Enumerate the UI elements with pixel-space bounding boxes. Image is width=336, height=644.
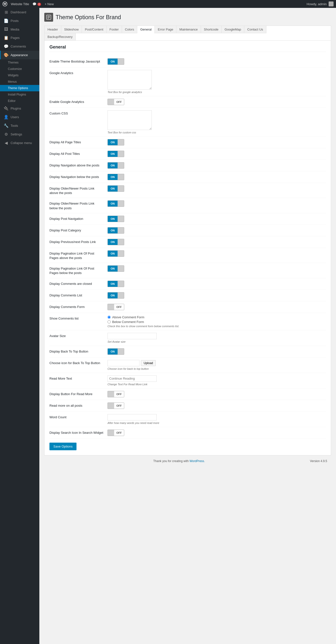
tab-backup-recovery[interactable]: Backup/Recovery (44, 33, 76, 40)
sidebar-label-appearance: Appearance (10, 53, 28, 57)
label-display-btn-read-more: Display Button For Read More (49, 391, 104, 396)
toggle-display-comments-list[interactable]: ON (107, 292, 124, 298)
upload-btn-back-to-top[interactable]: Upload (141, 360, 156, 366)
textarea-google-analytics[interactable] (107, 70, 152, 90)
option-row-custom-css: Custom CSS Text Box for custom css (49, 108, 326, 137)
tab-maintenance[interactable]: Maintenance (176, 26, 201, 33)
tab-footer[interactable]: Footer (106, 26, 122, 33)
sidebar-item-collapse[interactable]: ◀ Collapse menu (0, 138, 39, 147)
toggle-enable-bootstrap[interactable]: ON (107, 58, 124, 65)
tab-error-page[interactable]: Error Page (155, 26, 176, 33)
tab-slideshow[interactable]: Slideshow (61, 26, 82, 33)
sidebar-item-media[interactable]: 🖼 Media (0, 25, 39, 34)
users-icon: 👤 (4, 115, 8, 120)
tab-general[interactable]: General (137, 26, 155, 34)
toggle-display-comments-closed[interactable]: ON (107, 281, 124, 287)
toggle-label: ON (108, 266, 118, 272)
save-options-button[interactable]: Save Options (49, 443, 76, 450)
toggle-label: ON (108, 227, 118, 234)
sidebar-item-dashboard[interactable]: ⊞ Dashboard (0, 8, 39, 16)
toggle-handle (118, 250, 124, 257)
sidebar: ⊞ Dashboard 📄 Posts 🖼 Media 📋 Pages 💬 Co… (0, 8, 39, 644)
tab-contact-us[interactable]: Contact Us (244, 26, 266, 33)
input-read-more-text[interactable] (107, 376, 157, 382)
tab-header[interactable]: Header (44, 26, 61, 33)
appearance-icon: 🎨 (4, 53, 8, 57)
radio-input-above[interactable] (107, 316, 111, 319)
toggle-display-search-icon[interactable]: OFF (107, 430, 124, 436)
sidebar-item-appearance[interactable]: 🎨 Appearance (0, 51, 39, 59)
toggle-handle (118, 174, 124, 180)
toggle-label: OFF (114, 99, 124, 105)
wp-logo[interactable]: W (2, 2, 7, 6)
toggle-display-btn-read-more[interactable]: OFF (107, 391, 124, 397)
sidebar-item-install-plugins[interactable]: Install Plugins (0, 91, 39, 98)
toggle-display-nav-below-posts[interactable]: ON (107, 174, 124, 180)
toggle-display-nav-above-posts[interactable]: ON (107, 162, 124, 169)
sidebar-item-plugins[interactable]: 🔌 Plugins (0, 104, 39, 113)
radio-input-below[interactable] (107, 320, 111, 324)
site-title[interactable]: Website Title (11, 2, 29, 6)
sidebar-item-tools[interactable]: 🔧 Tools (0, 121, 39, 130)
textarea-custom-css[interactable] (107, 110, 152, 130)
input-word-count[interactable] (107, 414, 157, 420)
sidebar-item-theme-options[interactable]: Theme Options (0, 85, 39, 91)
radio-below-comment-form[interactable]: Below Comment Form (107, 320, 179, 324)
toggle-display-all-post-titles[interactable]: ON (107, 151, 124, 157)
toggle-handle (118, 185, 124, 192)
toggle-read-more-all-posts[interactable]: OFF (107, 402, 124, 409)
new-content[interactable]: + New (44, 2, 54, 6)
sidebar-item-users[interactable]: 👤 Users (0, 113, 39, 121)
toggle-display-post-navigation[interactable]: ON (107, 216, 124, 222)
option-row-display-pagination-above: Display Pagination Link Of Post Pages ab… (49, 248, 326, 263)
footer-link[interactable]: WordPress. (189, 459, 205, 463)
toggle-handle (118, 292, 124, 298)
sidebar-item-comments[interactable]: 💬 Comments (0, 42, 39, 51)
hint-google-analytics: Text Box for google analytics (107, 90, 152, 94)
toggle-display-back-to-top[interactable]: ON (107, 348, 124, 355)
howdy-user[interactable]: Howdy, admin (307, 2, 327, 6)
label-display-post-navigation: Display Post Navigation (49, 216, 104, 221)
plugins-icon: 🔌 (4, 106, 8, 111)
sidebar-label-comments: Comments (10, 44, 26, 48)
toggle-label: OFF (114, 402, 124, 409)
footer-text: Thank you for creating with (153, 459, 189, 463)
label-display-comments-form: Display Comments Form (49, 304, 104, 309)
tab-post-content[interactable]: Post/Content (82, 26, 106, 33)
tab-colors[interactable]: Colors (122, 26, 137, 33)
label-display-all-page-titles: Display All Page Titles (49, 139, 104, 144)
toggle-display-older-newer-below[interactable]: ON (107, 200, 124, 207)
upload-input-back-to-top[interactable] (107, 360, 139, 366)
option-row-back-to-top-icon: Choose icon for Back To Top Button Uploa… (49, 358, 326, 373)
sidebar-item-posts[interactable]: 📄 Posts (0, 16, 39, 25)
sidebar-item-widgets[interactable]: Widgets (0, 72, 39, 78)
toggle-display-all-page-titles[interactable]: ON (107, 139, 124, 146)
tab-googlemap[interactable]: GoogleMap (222, 26, 244, 33)
tab-shortcode[interactable]: Shortcode (201, 26, 222, 33)
sidebar-item-menus[interactable]: Menus (0, 78, 39, 85)
toggle-display-older-newer-above[interactable]: ON (107, 185, 124, 192)
option-row-display-all-post-titles: Display All Post Titles ON (49, 148, 326, 160)
toggle-handle (118, 200, 124, 207)
radio-above-comment-form[interactable]: Above Comment Form (107, 315, 179, 319)
toggle-display-comments-form[interactable]: OFF (107, 304, 124, 310)
sidebar-item-settings[interactable]: ⚙ Settings (0, 130, 39, 138)
sidebar-item-pages[interactable]: 📋 Pages (0, 34, 39, 42)
toggle-display-post-category[interactable]: ON (107, 227, 124, 234)
input-avatar-size[interactable] (107, 333, 157, 339)
toggle-enable-google-analytics[interactable]: OFF (107, 99, 124, 105)
sidebar-item-themes[interactable]: Themes (0, 59, 39, 66)
toggle-display-pagination-below[interactable]: ON (107, 266, 124, 272)
sidebar-item-customize[interactable]: Customize (0, 66, 39, 72)
option-row-display-comments-list: Display Comments List ON (49, 290, 326, 301)
sidebar-item-editor[interactable]: Editor (0, 98, 39, 104)
comments-link[interactable]: 💬 0 (32, 2, 41, 6)
sidebar-label-posts: Posts (10, 19, 19, 23)
upload-row-back-to-top: Upload (107, 360, 156, 366)
option-row-display-comments-closed: Display Comments are closed ON (49, 278, 326, 290)
label-read-more-text: Read More Text (49, 376, 104, 381)
toggle-display-prev-next-posts[interactable]: ON (107, 239, 124, 245)
sidebar-label-users: Users (10, 115, 19, 119)
page-footer: Thank you for creating with WordPress. V… (44, 456, 331, 467)
toggle-display-pagination-above[interactable]: ON (107, 250, 124, 257)
